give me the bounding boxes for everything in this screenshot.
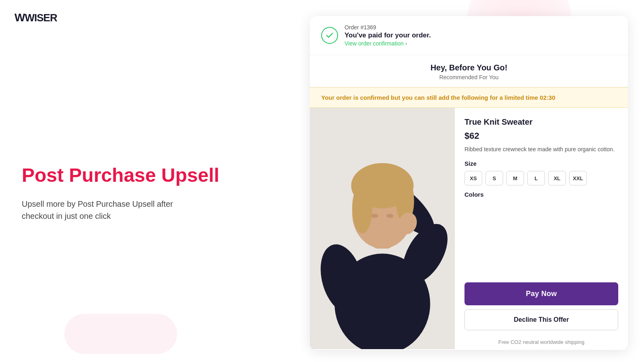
headline: Post Purchase Upsell (22, 164, 233, 186)
action-area: Pay Now Decline This Offer (455, 278, 628, 337)
order-number: Order #1369 (345, 24, 431, 31)
logo-w: W (14, 11, 25, 24)
timer-banner: Your order is confirmed but you can stil… (310, 87, 628, 108)
hey-subtitle: Recommended For You (321, 74, 617, 80)
product-image-wrap (310, 108, 455, 349)
product-right: True Knit Sweater $62 Ribbed texture cre… (455, 108, 628, 349)
size-xs[interactable]: XS (464, 171, 482, 185)
hey-title: Hey, Before You Go! (321, 63, 617, 72)
pay-now-button[interactable]: Pay Now (464, 282, 618, 305)
check-icon (321, 27, 338, 44)
product-details: True Knit Sweater $62 Ribbed texture cre… (455, 108, 628, 278)
size-xl[interactable]: XL (548, 171, 566, 185)
product-name: True Knit Sweater (464, 117, 618, 127)
size-label: Size (464, 160, 618, 167)
logo: WWISER (14, 11, 57, 24)
svg-point-10 (372, 214, 379, 218)
product-section: True Knit Sweater $62 Ribbed texture cre… (310, 108, 628, 349)
size-s[interactable]: S (485, 171, 503, 185)
product-image (310, 108, 455, 349)
order-bar: Order #1369 You've paid for your order. … (310, 16, 628, 55)
order-info: Order #1369 You've paid for your order. … (345, 24, 431, 47)
product-description: Ribbed texture crewneck tee made with pu… (464, 145, 618, 154)
color-label: Colors (464, 191, 618, 198)
shipping-note: Free CO2 neutral worldwide shipping (455, 337, 628, 349)
hey-section: Hey, Before You Go! Recommended For You (310, 55, 628, 87)
svg-point-11 (386, 214, 394, 218)
left-panel: Post Purchase Upsell Upsell more by Post… (0, 0, 233, 362)
paid-text: You've paid for your order. (345, 31, 431, 39)
size-l[interactable]: L (527, 171, 545, 185)
decline-button[interactable]: Decline This Offer (464, 309, 618, 330)
svg-point-8 (352, 183, 372, 234)
size-options: XS S M L XL XXL (464, 171, 618, 185)
subtitle: Upsell more by Post Purchase Upsell afte… (22, 198, 191, 222)
product-price: $62 (464, 131, 618, 141)
view-order-link[interactable]: View order confirmation › (345, 40, 431, 47)
size-xxl[interactable]: XXL (569, 171, 587, 185)
logo-text: WISER (25, 12, 57, 24)
timer-text: Your order is confirmed but you can stil… (321, 94, 617, 101)
right-panel: Order #1369 You've paid for your order. … (310, 16, 628, 350)
size-m[interactable]: M (506, 171, 524, 185)
